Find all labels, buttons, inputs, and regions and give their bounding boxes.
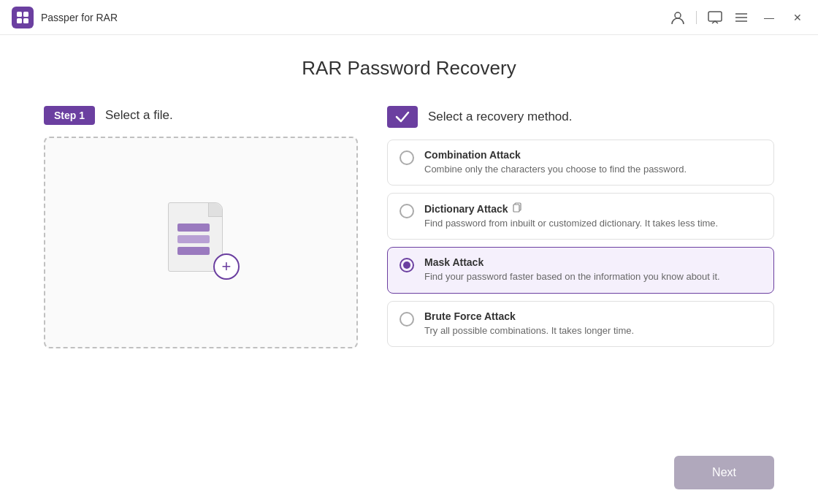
- method-bruteforce-text: Brute Force Attack Try all possible comb…: [424, 310, 762, 337]
- menu-icon[interactable]: [733, 9, 749, 26]
- method-dictionary-desc: Find password from inbuilt or customized…: [424, 217, 762, 230]
- svg-rect-1: [23, 12, 28, 17]
- method-mask-text: Mask Attack Find your password faster ba…: [424, 256, 762, 283]
- radio-mask-inner: [403, 261, 410, 269]
- method-bruteforce-desc: Try all possible combinations. It takes …: [424, 324, 762, 337]
- radio-bruteforce: [400, 312, 414, 327]
- chat-icon[interactable]: [707, 9, 723, 26]
- user-icon[interactable]: [670, 9, 686, 26]
- method-mask-name: Mask Attack: [424, 256, 762, 268]
- rar-stripes: [177, 224, 210, 255]
- right-column: Select a recovery method. Combination At…: [387, 106, 774, 347]
- method-mask-desc: Find your password faster based on the i…: [424, 270, 762, 283]
- step2-label: Select a recovery method.: [428, 110, 572, 124]
- svg-rect-3: [23, 18, 28, 23]
- close-button[interactable]: ✕: [789, 10, 806, 25]
- svg-rect-5: [708, 12, 722, 21]
- method-bruteforce-name: Brute Force Attack: [424, 310, 762, 322]
- svg-rect-0: [17, 12, 22, 17]
- left-column: Step 1 Select a file. +: [44, 106, 358, 348]
- rar-stripe-1: [177, 224, 210, 232]
- titlebar-right: — ✕: [670, 9, 806, 26]
- method-bruteforce[interactable]: Brute Force Attack Try all possible comb…: [387, 301, 774, 347]
- two-column-layout: Step 1 Select a file. +: [44, 106, 774, 348]
- dictionary-copy-icon: [513, 202, 523, 215]
- next-button[interactable]: Next: [674, 456, 774, 489]
- file-drop-area[interactable]: +: [44, 137, 358, 348]
- method-mask[interactable]: Mask Attack Find your password faster ba…: [387, 247, 774, 293]
- titlebar-divider: [696, 11, 697, 24]
- radio-mask: [400, 258, 414, 272]
- method-combination-text: Combination Attack Combine only the char…: [424, 149, 762, 176]
- rar-file-icon: +: [168, 202, 234, 283]
- step1-header: Step 1 Select a file.: [44, 106, 358, 125]
- minimize-button[interactable]: —: [760, 10, 779, 25]
- recovery-header: Select a recovery method.: [387, 106, 774, 128]
- method-combination[interactable]: Combination Attack Combine only the char…: [387, 140, 774, 186]
- rar-stripe-2: [177, 235, 210, 243]
- radio-combination: [400, 150, 414, 165]
- footer: Next: [674, 456, 774, 489]
- titlebar: Passper for RAR — ✕: [0, 0, 818, 35]
- radio-dictionary: [400, 204, 414, 218]
- main-content: RAR Password Recovery Step 1 Select a fi…: [0, 35, 818, 363]
- method-list: Combination Attack Combine only the char…: [387, 140, 774, 347]
- step1-label: Select a file.: [105, 108, 173, 123]
- svg-point-4: [675, 12, 681, 18]
- check-badge: [387, 106, 418, 128]
- app-logo: [12, 7, 34, 28]
- method-combination-name: Combination Attack: [424, 149, 762, 161]
- titlebar-left: Passper for RAR: [12, 7, 118, 28]
- page-title: RAR Password Recovery: [44, 57, 774, 80]
- rar-stripe-3: [177, 247, 210, 255]
- method-combination-desc: Combine only the characters you choose t…: [424, 163, 762, 176]
- add-file-circle: +: [213, 253, 240, 280]
- method-dictionary-text: Dictionary Attack Find password from inb…: [424, 202, 762, 230]
- method-dictionary-name: Dictionary Attack: [424, 202, 762, 215]
- step1-badge: Step 1: [44, 106, 95, 125]
- svg-rect-10: [513, 205, 519, 212]
- method-dictionary[interactable]: Dictionary Attack Find password from inb…: [387, 193, 774, 240]
- svg-rect-2: [17, 18, 22, 23]
- file-drop-inner: +: [168, 202, 234, 283]
- app-title: Passper for RAR: [41, 12, 118, 23]
